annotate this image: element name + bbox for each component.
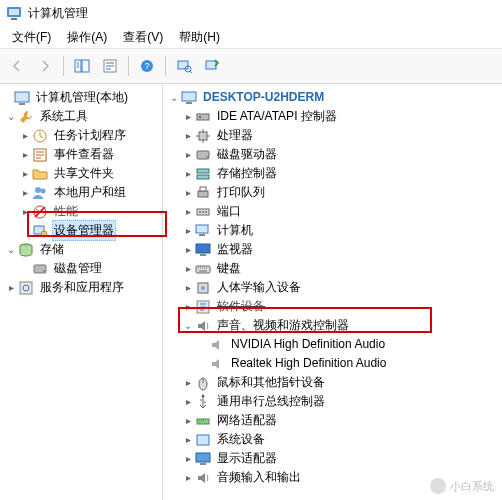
node-sound[interactable]: ⌄声音、视频和游戏控制器 — [163, 316, 502, 335]
tool-update-button[interactable] — [199, 53, 225, 79]
node-label: 存储控制器 — [215, 163, 279, 184]
tool-sep — [165, 56, 166, 76]
svg-rect-35 — [198, 191, 208, 197]
chevron-right-icon[interactable]: ▸ — [181, 107, 195, 126]
chevron-right-icon[interactable]: ▸ — [181, 430, 195, 449]
node-sound-realtek[interactable]: ▸Realtek High Definition Audio — [163, 354, 502, 373]
node-desktop[interactable]: ⌄ DESKTOP-U2HDERM — [163, 88, 502, 107]
chevron-down-icon[interactable]: ⌄ — [4, 107, 18, 126]
chevron-right-icon[interactable]: ▸ — [181, 145, 195, 164]
node-storage-ctrl[interactable]: ▸存储控制器 — [163, 164, 502, 183]
node-keyboards[interactable]: ▸键盘 — [163, 259, 502, 278]
node-ide[interactable]: ▸IDE ATA/ATAPI 控制器 — [163, 107, 502, 126]
chevron-down-icon[interactable]: ⌄ — [4, 240, 18, 259]
node-monitors[interactable]: ▸监视器 — [163, 240, 502, 259]
menu-file[interactable]: 文件(F) — [4, 27, 59, 48]
chevron-right-icon[interactable]: ▸ — [181, 126, 195, 145]
node-network[interactable]: ▸网络适配器 — [163, 411, 502, 430]
nav-back-button[interactable] — [4, 53, 30, 79]
tool-bar: ? — [0, 49, 502, 84]
chevron-right-icon[interactable]: ▸ — [181, 373, 195, 392]
menu-action[interactable]: 操作(A) — [59, 27, 115, 48]
node-cpu[interactable]: ▸处理器 — [163, 126, 502, 145]
node-device-manager[interactable]: ▸ 设备管理器 — [0, 221, 162, 240]
node-label: 显示适配器 — [215, 448, 279, 469]
chevron-right-icon[interactable]: ▸ — [4, 278, 18, 297]
node-sound-nvidia[interactable]: ▸NVIDIA High Definition Audio — [163, 335, 502, 354]
computer-mgmt-icon — [14, 90, 30, 106]
avatar-icon — [430, 478, 446, 494]
node-label: 监视器 — [215, 239, 255, 260]
node-computers[interactable]: ▸计算机 — [163, 221, 502, 240]
node-hid[interactable]: ▸人体学输入设备 — [163, 278, 502, 297]
pc-icon — [195, 223, 211, 239]
svg-rect-1 — [9, 9, 19, 15]
node-mouse[interactable]: ▸鼠标和其他指针设备 — [163, 373, 502, 392]
event-icon — [32, 147, 48, 163]
node-computer-management[interactable]: ▸ 计算机管理(本地) — [0, 88, 162, 107]
node-local-users[interactable]: ▸ 本地用户和组 — [0, 183, 162, 202]
chevron-right-icon[interactable]: ▸ — [18, 145, 32, 164]
menu-view[interactable]: 查看(V) — [115, 27, 171, 48]
tool-help[interactable]: ? — [134, 53, 160, 79]
node-display[interactable]: ▸显示适配器 — [163, 449, 502, 468]
svg-point-39 — [202, 211, 204, 213]
chevron-right-icon[interactable]: ▸ — [181, 297, 195, 316]
svg-rect-8 — [178, 61, 188, 69]
node-shared-folders[interactable]: ▸ 共享文件夹 — [0, 164, 162, 183]
chevron-right-icon[interactable]: ▸ — [18, 164, 32, 183]
chevron-right-icon[interactable]: ▸ — [181, 202, 195, 221]
nav-fwd-button[interactable] — [32, 53, 58, 79]
node-disk-drives[interactable]: ▸磁盘驱动器 — [163, 145, 502, 164]
tool-scan-button[interactable] — [171, 53, 197, 79]
tool-properties[interactable] — [97, 53, 123, 79]
chevron-right-icon[interactable]: ▸ — [181, 449, 195, 468]
node-label: NVIDIA High Definition Audio — [229, 334, 387, 355]
chevron-right-icon[interactable]: ▸ — [181, 164, 195, 183]
node-performance[interactable]: ▸ 性能 — [0, 202, 162, 221]
node-printers[interactable]: ▸打印队列 — [163, 183, 502, 202]
svg-rect-2 — [11, 18, 17, 20]
chevron-right-icon[interactable]: ▸ — [181, 411, 195, 430]
svg-rect-28 — [197, 114, 209, 120]
menu-bar: 文件(F) 操作(A) 查看(V) 帮助(H) — [0, 26, 502, 49]
cpu-icon — [195, 128, 211, 144]
node-ports[interactable]: ▸端口 — [163, 202, 502, 221]
node-task-scheduler[interactable]: ▸ 任务计划程序 — [0, 126, 162, 145]
node-storage[interactable]: ⌄ 存储 — [0, 240, 162, 259]
node-event-viewer[interactable]: ▸ 事件查看器 — [0, 145, 162, 164]
chevron-right-icon[interactable]: ▸ — [181, 392, 195, 411]
node-services-apps[interactable]: ▸ 服务和应用程序 — [0, 278, 162, 297]
svg-rect-36 — [200, 187, 206, 191]
chevron-right-icon[interactable]: ▸ — [181, 221, 195, 240]
chevron-right-icon[interactable]: ▸ — [181, 468, 195, 487]
port-icon — [195, 204, 211, 220]
tool-show-hide[interactable] — [69, 53, 95, 79]
display-icon — [195, 451, 211, 467]
node-disk-management[interactable]: ▸ 磁盘管理 — [0, 259, 162, 278]
menu-help[interactable]: 帮助(H) — [171, 27, 228, 48]
node-label: DESKTOP-U2HDERM — [201, 87, 326, 108]
network-icon — [195, 413, 211, 429]
chevron-right-icon[interactable]: ▸ — [181, 278, 195, 297]
chevron-right-icon[interactable]: ▸ — [181, 240, 195, 259]
chevron-down-icon[interactable]: ⌄ — [181, 316, 195, 335]
chevron-right-icon[interactable]: ▸ — [18, 126, 32, 145]
node-software-devices[interactable]: ▸软件设备 — [163, 297, 502, 316]
node-system-dev[interactable]: ▸系统设备 — [163, 430, 502, 449]
hid-icon — [195, 280, 211, 296]
computer-icon — [181, 90, 197, 106]
node-label: Realtek High Definition Audio — [229, 353, 388, 374]
sound-icon — [195, 318, 211, 334]
chevron-right-icon[interactable]: ▸ — [18, 183, 32, 202]
watermark: 小白系统 — [430, 478, 494, 494]
chevron-down-icon[interactable]: ⌄ — [167, 88, 181, 107]
chevron-right-icon[interactable]: ▸ — [181, 259, 195, 278]
svg-point-38 — [199, 211, 201, 213]
chevron-right-icon[interactable]: ▸ — [18, 202, 32, 221]
node-system-tools[interactable]: ⌄ 系统工具 — [0, 107, 162, 126]
chevron-right-icon[interactable]: ▸ — [181, 183, 195, 202]
svg-rect-33 — [197, 169, 209, 173]
node-usb[interactable]: ▸通用串行总线控制器 — [163, 392, 502, 411]
node-label: 音频输入和输出 — [215, 467, 303, 488]
